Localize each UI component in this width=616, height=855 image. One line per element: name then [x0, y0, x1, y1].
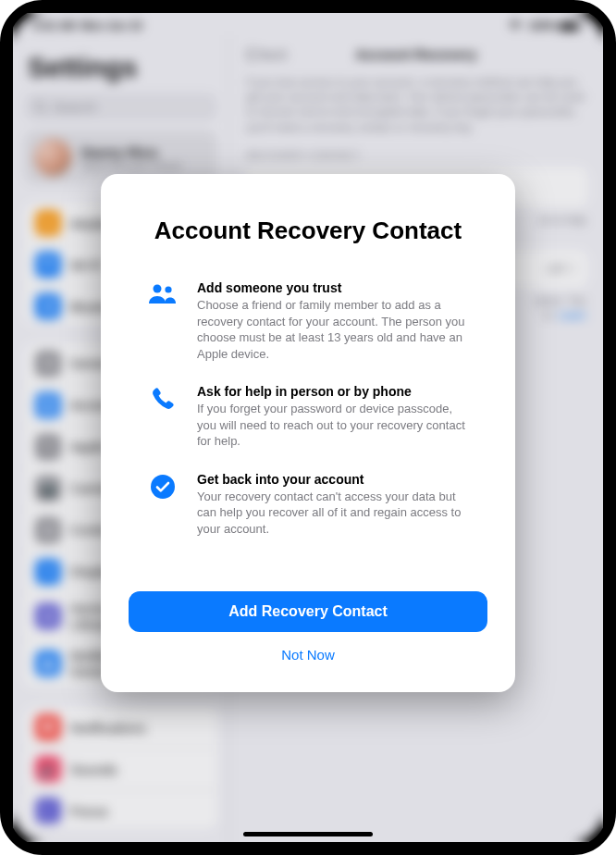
screen: 9:41 AM Mon Jun 10 100% Settings: [13, 13, 603, 842]
feature-trust-desc: Choose a friend or family member to add …: [197, 297, 471, 362]
device-frame: 9:41 AM Mon Jun 10 100% Settings: [0, 0, 616, 855]
add-recovery-contact-button[interactable]: Add Recovery Contact: [129, 591, 487, 632]
sheet-title: Account Recovery Contact: [129, 217, 487, 245]
recovery-contact-sheet: Account Recovery Contact Add someone you…: [101, 174, 515, 692]
svg-point-13: [151, 475, 175, 499]
feature-check-title: Get back into your account: [197, 472, 471, 487]
feature-trust-title: Add someone you trust: [197, 280, 471, 295]
feature-phone-desc: If you forget your password or device pa…: [197, 401, 471, 450]
svg-point-11: [154, 285, 162, 293]
feature-trust: Add someone you trust Choose a friend or…: [129, 271, 487, 375]
checkmark-circle-icon: [145, 472, 180, 538]
feature-phone: Ask for help in person or by phone If yo…: [129, 375, 487, 463]
phone-icon: [145, 384, 180, 450]
home-indicator[interactable]: [243, 832, 373, 836]
people-icon: [145, 280, 180, 362]
feature-check: Get back into your account Your recovery…: [129, 463, 487, 551]
feature-phone-title: Ask for help in person or by phone: [197, 384, 471, 399]
feature-check-desc: Your recovery contact can't access your …: [197, 489, 471, 538]
not-now-button[interactable]: Not Now: [129, 638, 487, 672]
svg-point-12: [165, 286, 171, 292]
